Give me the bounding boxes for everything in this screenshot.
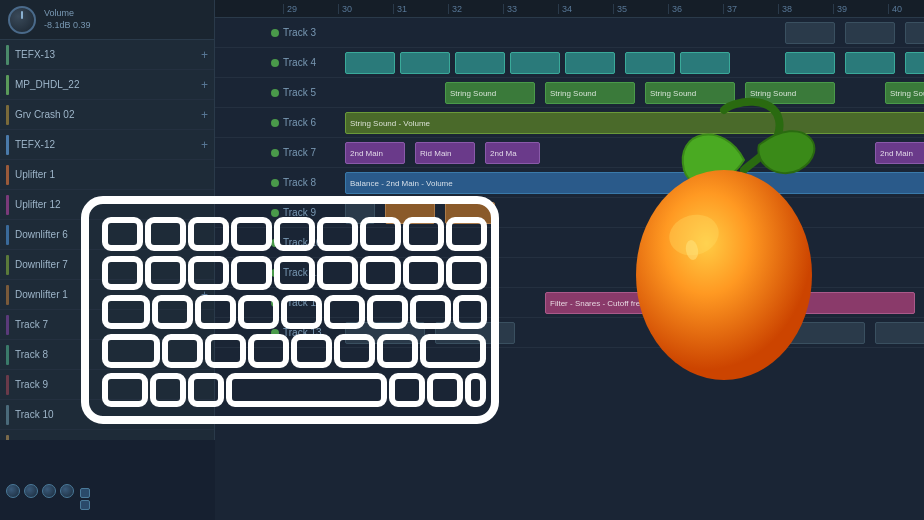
active-indicator	[271, 179, 279, 187]
ruler-mark: 40	[888, 4, 924, 14]
svg-rect-23	[284, 298, 319, 326]
svg-rect-30	[208, 337, 243, 365]
active-indicator	[271, 29, 279, 37]
svg-rect-26	[413, 298, 448, 326]
svg-rect-38	[191, 376, 221, 404]
track-color-bar	[6, 135, 9, 155]
svg-rect-8	[406, 220, 441, 248]
seq-track-label: Track 8	[215, 177, 345, 188]
svg-rect-16	[363, 259, 398, 287]
arrow-down[interactable]	[80, 500, 90, 510]
svg-rect-39	[229, 376, 384, 404]
seq-track-label: Track 3	[215, 27, 345, 38]
svg-rect-6	[320, 220, 355, 248]
seq-track-label: Track 6	[215, 117, 345, 128]
seq-track-label: Track 5	[215, 87, 345, 98]
keyboard-icon	[80, 195, 500, 425]
track-expand-icon[interactable]: +	[201, 138, 208, 152]
clip-block[interactable]: 2nd Main	[345, 142, 405, 164]
track-item-1[interactable]: TEFX-13 +	[0, 40, 214, 70]
ruler-mark: 39	[833, 4, 888, 14]
track-color-bar	[6, 45, 9, 65]
ruler-mark: 30	[338, 4, 393, 14]
track-item-2[interactable]: MP_DHDL_22 +	[0, 70, 214, 100]
svg-rect-22	[241, 298, 276, 326]
svg-rect-28	[105, 337, 157, 365]
seq-row-content[interactable]	[345, 18, 924, 47]
track-name: TEFX-13	[15, 49, 197, 60]
track-color-bar	[6, 75, 9, 95]
svg-rect-37	[153, 376, 183, 404]
clip-block[interactable]	[400, 52, 450, 74]
clip-block[interactable]	[510, 52, 560, 74]
svg-rect-5	[277, 220, 312, 248]
svg-rect-2	[148, 220, 183, 248]
active-indicator	[271, 89, 279, 97]
clip-block[interactable]: 2nd Ma	[485, 142, 540, 164]
track-expand-icon[interactable]: +	[201, 78, 208, 92]
svg-rect-9	[449, 220, 484, 248]
track-expand-icon[interactable]: +	[201, 48, 208, 62]
clip-block[interactable]	[345, 52, 395, 74]
clip-block[interactable]	[565, 52, 615, 74]
svg-rect-13	[234, 259, 269, 287]
active-indicator	[271, 59, 279, 67]
fl-studio-logo	[604, 90, 844, 400]
track-item-5[interactable]: Uplifter 1	[0, 160, 214, 190]
svg-rect-31	[251, 337, 286, 365]
track-item-3[interactable]: Grv Crash 02 +	[0, 100, 214, 130]
svg-rect-42	[468, 376, 483, 404]
track-color-bar	[6, 255, 9, 275]
active-indicator	[271, 149, 279, 157]
seq-row-content[interactable]	[345, 48, 924, 77]
svg-rect-29	[165, 337, 200, 365]
active-indicator	[271, 119, 279, 127]
clip-block[interactable]	[680, 52, 730, 74]
svg-rect-40	[392, 376, 422, 404]
svg-rect-7	[363, 220, 398, 248]
seq-row-2: Track 4	[215, 48, 924, 78]
svg-rect-25	[370, 298, 405, 326]
svg-rect-33	[337, 337, 372, 365]
clip-block[interactable]	[905, 52, 924, 74]
clip-block[interactable]	[785, 52, 835, 74]
track-color-bar	[6, 105, 9, 125]
clip-block[interactable]	[625, 52, 675, 74]
seq-track-label: Track 7	[215, 147, 345, 158]
arrow-up[interactable]	[80, 488, 90, 498]
svg-rect-4	[234, 220, 269, 248]
master-knob-1[interactable]	[6, 484, 20, 498]
clip-block[interactable]: Rid Main	[415, 142, 475, 164]
master-knob-2[interactable]	[24, 484, 38, 498]
svg-rect-24	[327, 298, 362, 326]
svg-rect-1	[105, 220, 140, 248]
track-name: MP_DHDL_22	[15, 79, 197, 90]
svg-rect-21	[198, 298, 233, 326]
clip-block[interactable]	[875, 322, 924, 344]
master-knob-3[interactable]	[42, 484, 56, 498]
volume-knob[interactable]	[8, 6, 36, 34]
ruler-mark: 35	[613, 4, 668, 14]
track-color-bar	[6, 285, 9, 305]
clip-block[interactable]	[845, 22, 895, 44]
svg-point-43	[636, 170, 812, 380]
clip-block[interactable]: String Sound	[885, 82, 924, 104]
ruler-mark: 31	[393, 4, 448, 14]
track-name: Grv Crash 02	[15, 109, 197, 120]
clip-block[interactable]	[905, 22, 924, 44]
clip-block[interactable]	[845, 52, 895, 74]
clip-block[interactable]: 2nd Main	[875, 142, 924, 164]
clip-block[interactable]	[455, 52, 505, 74]
clip-block[interactable]: String Sound	[445, 82, 535, 104]
clip-block[interactable]	[785, 22, 835, 44]
volume-section: Volume -8.1dB 0.39	[0, 0, 214, 40]
track-expand-icon[interactable]: +	[201, 108, 208, 122]
svg-rect-18	[449, 259, 484, 287]
track-item-4[interactable]: TEFX-12 +	[0, 130, 214, 160]
ruler-mark: 37	[723, 4, 778, 14]
track-color-bar	[6, 225, 9, 245]
svg-rect-10	[105, 259, 140, 287]
svg-rect-15	[320, 259, 355, 287]
master-knob-4[interactable]	[60, 484, 74, 498]
svg-rect-34	[380, 337, 415, 365]
